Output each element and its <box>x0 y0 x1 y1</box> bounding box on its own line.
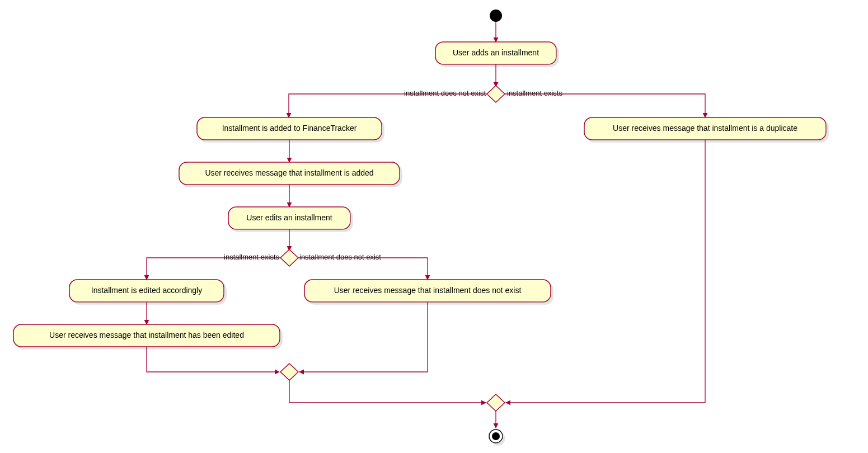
branch-label-left-1: installment does not exist <box>404 89 486 97</box>
node-msg-edited: User receives message that installment h… <box>13 324 280 347</box>
merge-diamond-inner <box>280 364 298 380</box>
merge-diamond-outer <box>487 394 505 411</box>
decision-installment-exists-2 <box>280 249 298 266</box>
branch-label-left-2: installment exists <box>224 253 279 261</box>
branch-label-right-2: installment does not exist <box>299 253 381 261</box>
svg-marker-18 <box>487 394 505 411</box>
node-msg-does-not-exist: User receives message that installment d… <box>304 280 551 302</box>
start-node <box>490 10 502 22</box>
node-user-edits-installment: User edits an installment <box>228 207 350 229</box>
label: User receives message that installment d… <box>334 286 522 295</box>
label: User receives message that installment i… <box>205 168 373 177</box>
svg-marker-17 <box>280 364 298 380</box>
branch-label-right-1: installment exists <box>507 89 562 97</box>
label: User receives message that installment i… <box>613 124 797 133</box>
svg-marker-4 <box>487 86 505 102</box>
node-added-to-financetracker: Installment is added to FinanceTracker <box>197 117 382 140</box>
node-msg-duplicate: User receives message that installment i… <box>584 117 826 140</box>
label: User edits an installment <box>246 213 332 222</box>
decision-installment-exists-1 <box>487 86 505 102</box>
svg-point-21 <box>492 432 500 440</box>
activity-diagram: User adds an installment installment doe… <box>0 0 868 453</box>
node-msg-added: User receives message that installment i… <box>179 162 400 185</box>
node-user-adds-installment: User adds an installment <box>435 42 556 64</box>
svg-marker-11 <box>280 249 298 266</box>
label: User adds an installment <box>453 48 539 57</box>
label: Installment is edited accordingly <box>91 286 202 295</box>
end-node <box>489 430 503 443</box>
label: User receives message that installment h… <box>49 331 244 339</box>
svg-point-0 <box>490 10 502 22</box>
node-edited-accordingly: Installment is edited accordingly <box>69 280 224 302</box>
label: Installment is added to FinanceTracker <box>222 124 357 133</box>
